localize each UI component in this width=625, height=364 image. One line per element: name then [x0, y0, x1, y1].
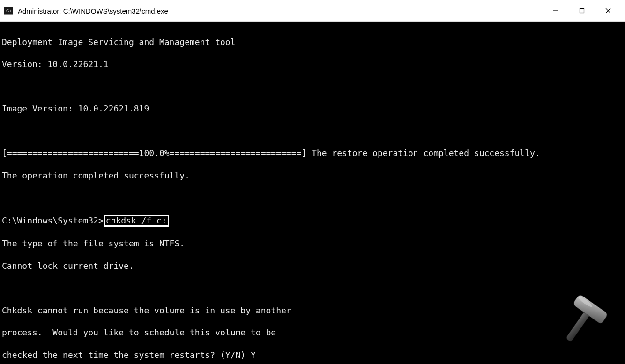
maximize-icon	[579, 7, 585, 14]
output-line: Version: 10.0.22621.1	[2, 59, 623, 70]
output-line	[2, 81, 623, 92]
output-line	[2, 126, 623, 137]
hammer-icon	[550, 294, 616, 350]
output-line: [==========================100.0%=======…	[2, 148, 623, 159]
svg-rect-1	[580, 9, 584, 13]
output-line: Deployment Image Servicing and Managemen…	[2, 37, 623, 48]
prompt-line: C:\Windows\System32>chkdsk /f c:	[2, 215, 623, 227]
output-line: Cannot lock current drive.	[2, 260, 623, 272]
titlebar[interactable]: C:\ Administrator: C:\WINDOWS\system32\c…	[0, 0, 625, 22]
output-line	[2, 192, 623, 203]
maximize-button[interactable]	[569, 0, 595, 22]
minimize-button[interactable]	[543, 0, 569, 22]
terminal-output[interactable]: Deployment Image Servicing and Managemen…	[0, 22, 625, 364]
window-controls	[543, 0, 621, 22]
output-line: process. Would you like to schedule this…	[2, 327, 623, 338]
cmd-window: C:\ Administrator: C:\WINDOWS\system32\c…	[0, 0, 625, 364]
output-line	[2, 282, 623, 294]
window-title: Administrator: C:\WINDOWS\system32\cmd.e…	[18, 7, 543, 15]
output-line: checked the next time the system restart…	[2, 349, 623, 361]
close-icon	[605, 7, 611, 14]
close-button[interactable]	[595, 0, 621, 22]
output-line: The type of the file system is NTFS.	[2, 238, 623, 249]
prompt: C:\Windows\System32>	[2, 215, 104, 225]
cmd-icon: C:\	[4, 7, 13, 15]
minimize-icon	[552, 7, 559, 14]
output-line: The operation completed successfully.	[2, 170, 623, 181]
output-line: Chkdsk cannot run because the volume is …	[2, 305, 623, 316]
highlighted-command: chkdsk /f c:	[104, 215, 169, 227]
output-line: Image Version: 10.0.22621.819	[2, 103, 623, 114]
